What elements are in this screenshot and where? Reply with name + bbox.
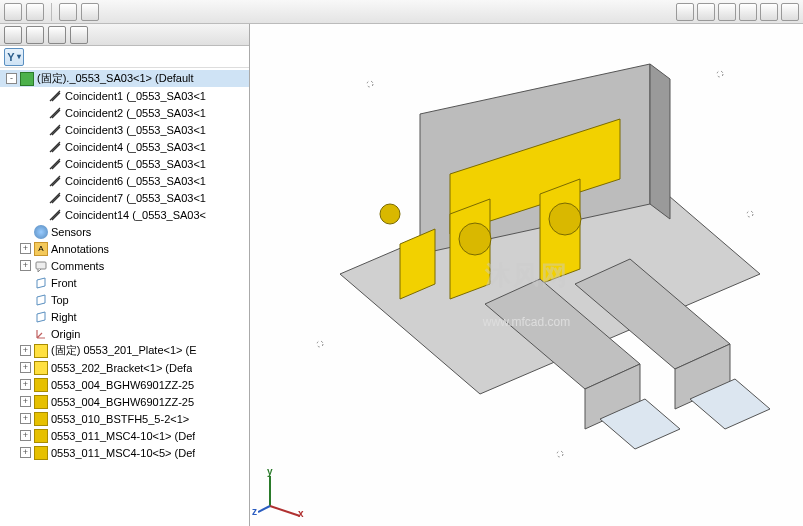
mate-icon <box>48 123 62 137</box>
tree-mate[interactable]: Coincident6 (_0553_SA03<1 <box>0 172 249 189</box>
tree-origin[interactable]: Origin <box>0 325 249 342</box>
expand-icon[interactable]: + <box>20 243 31 254</box>
feature-manager-panel: Y ▾ - (固定)._0553_SA03<1> (Default Coinci… <box>0 24 250 526</box>
zoom-area-icon[interactable] <box>697 3 715 21</box>
tree-annotations[interactable]: +AAnnotations <box>0 240 249 257</box>
tree-plane[interactable]: Top <box>0 291 249 308</box>
root-label: (固定)._0553_SA03<1> (Default <box>37 71 194 86</box>
tree-mate[interactable]: Coincident3 (_0553_SA03<1 <box>0 121 249 138</box>
plane-label: Front <box>51 277 77 289</box>
config-tab[interactable] <box>48 26 66 44</box>
expand-icon[interactable]: + <box>20 447 31 458</box>
part-icon <box>34 378 48 392</box>
expand-icon[interactable]: + <box>20 345 31 356</box>
part-icon <box>34 395 48 409</box>
tree-component[interactable]: +0553_004_BGHW6901ZZ-25 <box>0 376 249 393</box>
filter-bar: Y ▾ <box>0 46 249 68</box>
tree-mate[interactable]: Coincident1 (_0553_SA03<1 <box>0 87 249 104</box>
tree-plane[interactable]: Right <box>0 308 249 325</box>
mate-label: Coincident5 (_0553_SA03<1 <box>65 158 206 170</box>
mate-icon <box>48 157 62 171</box>
mate-label: Coincident7 (_0553_SA03<1 <box>65 192 206 204</box>
tree-root[interactable]: - (固定)._0553_SA03<1> (Default <box>0 70 249 87</box>
graphics-viewport[interactable]: 沐风网 www.mfcad.com y x z <box>250 24 803 526</box>
plane-icon <box>34 293 48 307</box>
tree-component[interactable]: +0553_010_BSTFH5_5-2<1> <box>0 410 249 427</box>
expand-icon[interactable]: + <box>20 413 31 424</box>
subassembly-icon <box>34 344 48 358</box>
component-label: 0553_011_MSC4-10<1> (Def <box>51 430 195 442</box>
svg-marker-3 <box>650 64 670 219</box>
expand-icon[interactable]: + <box>20 396 31 407</box>
plane-icon <box>34 276 48 290</box>
expand-icon[interactable]: + <box>20 430 31 441</box>
view-tools <box>676 3 799 21</box>
tree-component[interactable]: +0553_011_MSC4-10<5> (Def <box>0 444 249 461</box>
expand-icon[interactable]: + <box>20 362 31 373</box>
svg-rect-0 <box>36 262 46 269</box>
axis-x-label: x <box>298 508 304 519</box>
display-style-icon[interactable] <box>781 3 799 21</box>
component-label: (固定) 0553_201_Plate<1> (E <box>51 343 197 358</box>
tree-comments[interactable]: +Comments <box>0 257 249 274</box>
svg-point-20 <box>317 341 323 347</box>
history-icon[interactable] <box>4 3 22 21</box>
svg-point-19 <box>747 211 753 217</box>
annotations-icon: A <box>34 242 48 256</box>
tree-mate[interactable]: Coincident5 (_0553_SA03<1 <box>0 155 249 172</box>
pan-icon[interactable] <box>739 3 757 21</box>
svg-point-18 <box>717 71 723 77</box>
mate-icon <box>48 89 62 103</box>
tree-mate[interactable]: Coincident4 (_0553_SA03<1 <box>0 138 249 155</box>
expand-icon[interactable]: + <box>20 260 31 271</box>
orientation-triad[interactable]: y x z <box>258 468 308 518</box>
assembly-icon <box>20 72 34 86</box>
component-label: 0553_004_BGHW6901ZZ-25 <box>51 379 194 391</box>
tool2-icon[interactable] <box>81 3 99 21</box>
tree-component[interactable]: +0553_202_Bracket<1> (Defa <box>0 359 249 376</box>
plane-label: Right <box>51 311 77 323</box>
mate-label: Coincident1 (_0553_SA03<1 <box>65 90 206 102</box>
mate-label: Coincident2 (_0553_SA03<1 <box>65 107 206 119</box>
section-icon[interactable] <box>760 3 778 21</box>
tree-sensors[interactable]: Sensors <box>0 223 249 240</box>
svg-point-8 <box>459 223 491 255</box>
sensor-icon <box>34 225 48 239</box>
filter-button[interactable]: Y ▾ <box>4 48 24 66</box>
annotations-label: Annotations <box>51 243 109 255</box>
filter-label: Y <box>7 51 14 63</box>
expand-icon[interactable]: + <box>20 379 31 390</box>
mate-label: Coincident4 (_0553_SA03<1 <box>65 141 206 153</box>
tree-component[interactable]: +0553_004_BGHW6901ZZ-25 <box>0 393 249 410</box>
plane-icon <box>34 310 48 324</box>
tree-component[interactable]: +(固定) 0553_201_Plate<1> (E <box>0 342 249 359</box>
feature-tree: - (固定)._0553_SA03<1> (Default Coincident… <box>0 68 249 526</box>
component-label: 0553_202_Bracket<1> (Defa <box>51 362 192 374</box>
axis-y-label: y <box>267 466 273 477</box>
tree-mate[interactable]: Coincident14 (_0553_SA03< <box>0 206 249 223</box>
tree-plane[interactable]: Front <box>0 274 249 291</box>
zoom-fit-icon[interactable] <box>676 3 694 21</box>
manager-tabstrip <box>0 24 249 46</box>
feature-tree-tab[interactable] <box>4 26 22 44</box>
tree-mate[interactable]: Coincident7 (_0553_SA03<1 <box>0 189 249 206</box>
part-icon <box>34 429 48 443</box>
property-tab[interactable] <box>26 26 44 44</box>
collapse-icon[interactable]: - <box>6 73 17 84</box>
comments-icon <box>34 259 48 273</box>
tool1-icon[interactable] <box>59 3 77 21</box>
mate-label: Coincident3 (_0553_SA03<1 <box>65 124 206 136</box>
subassembly-icon <box>34 361 48 375</box>
tree-component[interactable]: +0553_011_MSC4-10<1> (Def <box>0 427 249 444</box>
appearance-tab[interactable] <box>70 26 88 44</box>
mate-label: Coincident14 (_0553_SA03< <box>65 209 206 221</box>
top-toolbar <box>0 0 803 24</box>
svg-point-17 <box>367 81 373 87</box>
comments-label: Comments <box>51 260 104 272</box>
doc-icon[interactable] <box>26 3 44 21</box>
svg-point-21 <box>557 451 563 457</box>
chevron-down-icon: ▾ <box>17 52 21 61</box>
tree-mate[interactable]: Coincident2 (_0553_SA03<1 <box>0 104 249 121</box>
component-label: 0553_011_MSC4-10<5> (Def <box>51 447 195 459</box>
rotate-icon[interactable] <box>718 3 736 21</box>
